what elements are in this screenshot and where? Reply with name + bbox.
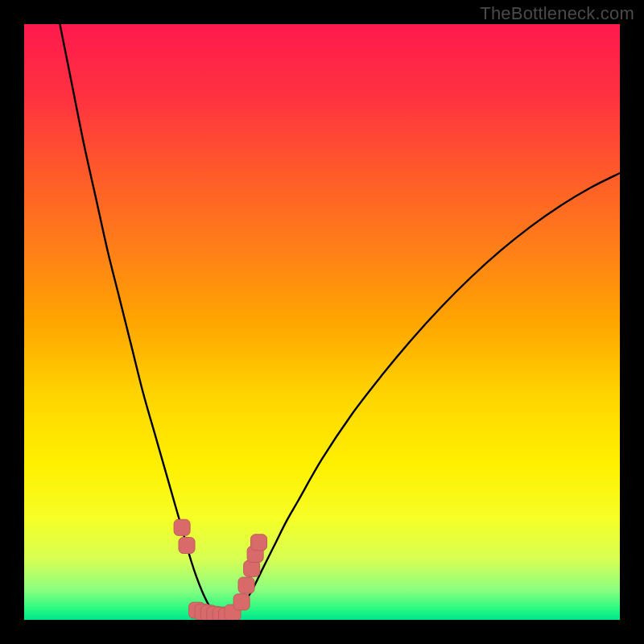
marker-point: [233, 594, 250, 610]
gradient-background: [24, 24, 620, 620]
plot-svg: [24, 24, 620, 620]
marker-point: [179, 538, 195, 554]
marker-point: [244, 560, 260, 576]
plot-area: [24, 24, 620, 620]
chart-frame: TheBottleneck.com: [0, 0, 644, 644]
marker-point: [238, 577, 254, 593]
watermark-text: TheBottleneck.com: [480, 3, 634, 24]
marker-point: [174, 519, 190, 535]
marker-point: [251, 535, 267, 551]
